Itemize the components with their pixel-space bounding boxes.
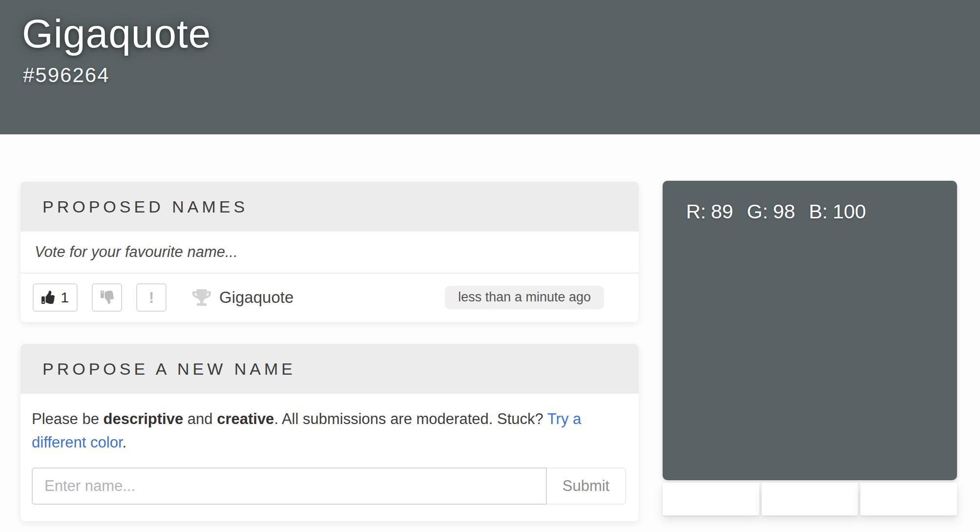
page-header: Gigaquote #596264 bbox=[0, 0, 980, 134]
color-name-title: Gigaquote bbox=[22, 11, 980, 57]
upvote-count: 1 bbox=[61, 289, 69, 306]
instruction-bold-creative: creative bbox=[217, 410, 274, 427]
swatch-footer-box-1[interactable] bbox=[663, 483, 759, 515]
red-value: 89 bbox=[711, 200, 733, 223]
propose-instructions: Please be descriptive and creative. All … bbox=[32, 407, 626, 454]
swatch-footer-box-3[interactable] bbox=[860, 483, 957, 515]
instruction-bold-descriptive: descriptive bbox=[104, 410, 184, 427]
proposed-names-header: PROPOSED NAMES bbox=[21, 182, 639, 232]
swatch-footer bbox=[663, 483, 957, 515]
thumbs-up-icon bbox=[42, 291, 55, 304]
report-button[interactable]: ! bbox=[136, 283, 167, 312]
vote-hint-text: Vote for your favourite name... bbox=[35, 243, 238, 261]
proposed-names-card: PROPOSED NAMES Vote for your favourite n… bbox=[21, 182, 639, 322]
submit-button[interactable]: Submit bbox=[547, 468, 626, 505]
vote-hint-row: Vote for your favourite name... bbox=[21, 232, 639, 274]
green-label: G: bbox=[747, 200, 768, 223]
exclamation-icon: ! bbox=[149, 290, 154, 305]
instruction-text: Please be bbox=[32, 410, 104, 427]
propose-name-title: PROPOSE A NEW NAME bbox=[42, 360, 296, 379]
timestamp-badge: less than a minute ago bbox=[445, 286, 604, 309]
blue-value: 100 bbox=[833, 200, 866, 223]
rgb-blue: B: 100 bbox=[809, 200, 866, 223]
trophy-icon bbox=[192, 288, 211, 307]
propose-body: Please be descriptive and creative. All … bbox=[21, 394, 639, 505]
red-label: R: bbox=[686, 200, 706, 223]
name-entry-row: 1 ! Gigaquote less than a minute ago bbox=[21, 274, 639, 321]
proposed-names-title: PROPOSED NAMES bbox=[42, 197, 248, 216]
instruction-text: . bbox=[123, 434, 127, 451]
propose-input-group: Submit bbox=[32, 468, 626, 505]
upvote-button[interactable]: 1 bbox=[33, 283, 78, 312]
propose-name-header: PROPOSE A NEW NAME bbox=[21, 344, 639, 394]
swatch-footer-box-2[interactable] bbox=[762, 483, 858, 515]
name-input[interactable] bbox=[32, 468, 547, 505]
propose-name-card: PROPOSE A NEW NAME Please be descriptive… bbox=[21, 344, 639, 521]
color-hex-code: #596264 bbox=[23, 64, 980, 87]
color-swatch: R: 89 G: 98 B: 100 bbox=[663, 181, 957, 480]
proposed-name-label: Gigaquote bbox=[219, 288, 293, 307]
rgb-readout: R: 89 G: 98 B: 100 bbox=[686, 200, 866, 223]
instruction-text: . All submissions are moderated. Stuck? bbox=[274, 410, 547, 427]
instruction-text: and bbox=[183, 410, 217, 427]
blue-label: B: bbox=[809, 200, 828, 223]
rgb-red: R: 89 bbox=[686, 200, 733, 223]
thumbs-down-icon bbox=[101, 291, 114, 304]
green-value: 98 bbox=[773, 200, 795, 223]
downvote-button[interactable] bbox=[92, 283, 122, 312]
rgb-green: G: 98 bbox=[747, 200, 795, 223]
